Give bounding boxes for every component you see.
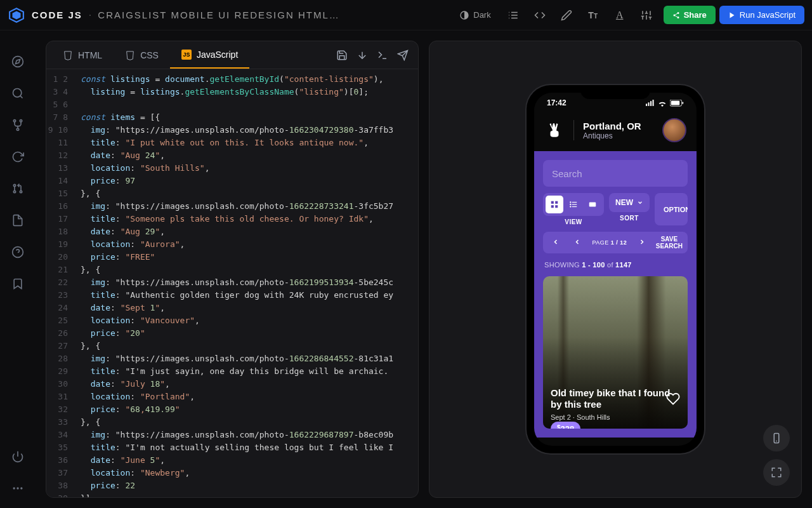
editor-panel: HTML CSS JS JavaScript 1 2 3 4 5 6 7 8 9… [46, 41, 419, 498]
main-area: HTML CSS JS JavaScript 1 2 3 4 5 6 7 8 9… [36, 30, 812, 508]
location-block[interactable]: Portland, OR Antiques [583, 121, 641, 140]
font-icon[interactable]: A [609, 4, 631, 26]
grid-view-button[interactable] [546, 196, 563, 213]
sort-label: SORT [620, 215, 639, 222]
text-size-icon[interactable]: TT [582, 4, 604, 26]
svg-point-61 [570, 202, 571, 203]
svg-point-39 [16, 487, 18, 489]
listing-price: $328 [551, 422, 580, 429]
tab-js-label: JavaScript [197, 50, 238, 60]
tab-html-label: HTML [78, 50, 102, 60]
view-label: VIEW [565, 218, 582, 225]
next-page-button[interactable] [634, 236, 650, 250]
svg-point-63 [570, 206, 571, 207]
svg-marker-23 [730, 12, 734, 18]
svg-point-30 [16, 128, 18, 130]
share-button[interactable]: Share [664, 6, 716, 24]
first-page-button[interactable] [548, 236, 563, 250]
fullscreen-button[interactable] [763, 459, 790, 486]
wifi-icon [657, 99, 667, 107]
page-indicator: PAGE 1 / 12 [591, 239, 628, 246]
showing-count: SHOWING 1 - 100 of 1147 [543, 260, 688, 270]
pull-request-icon[interactable] [11, 182, 25, 196]
sort-value: NEW [615, 198, 633, 207]
card-view-button[interactable] [584, 196, 601, 213]
left-rail [0, 30, 36, 508]
svg-rect-51 [682, 102, 683, 104]
send-icon[interactable] [393, 45, 413, 65]
tab-html[interactable]: HTML [51, 41, 114, 69]
refresh-icon[interactable] [11, 150, 25, 164]
options-label: OPTIONS [664, 206, 688, 213]
peace-icon[interactable] [544, 120, 565, 140]
svg-rect-48 [653, 100, 654, 106]
download-icon[interactable] [352, 45, 372, 65]
pagination-bar: PAGE 1 / 12 SAVE SEARCH [543, 232, 688, 253]
code-editor[interactable]: 1 2 3 4 5 6 7 8 9 10 11 12 13 14 15 16 1… [46, 69, 418, 497]
favorite-button[interactable] [666, 392, 680, 408]
options-button[interactable]: OPTIONS [655, 193, 688, 225]
play-icon [728, 11, 736, 19]
svg-point-24 [13, 57, 23, 67]
avatar[interactable] [662, 118, 686, 142]
svg-point-40 [20, 487, 22, 489]
svg-marker-1 [13, 11, 21, 19]
svg-rect-57 [555, 205, 558, 208]
settings-sliders-icon[interactable] [636, 4, 657, 26]
file-icon[interactable] [11, 213, 25, 227]
search-icon[interactable] [11, 86, 25, 100]
list-icon[interactable] [502, 4, 524, 26]
save-icon[interactable] [332, 45, 352, 65]
compass-icon[interactable] [11, 55, 25, 69]
run-button[interactable]: Run JavaScript [719, 6, 804, 24]
svg-point-32 [13, 190, 15, 192]
listing-meta: Sept 2 · South Hills [551, 413, 680, 421]
save-search-button[interactable]: SAVE SEARCH [656, 236, 683, 250]
project-title[interactable]: CRAIGSLIST MOBILE UI REDESIGN HTML… [98, 10, 339, 20]
device-toggle-button[interactable] [763, 425, 790, 451]
svg-rect-55 [555, 201, 558, 204]
svg-rect-50 [671, 100, 680, 105]
theme-toggle[interactable]: Dark [459, 10, 490, 20]
list-view-button[interactable] [565, 196, 582, 213]
code-icon[interactable] [529, 4, 551, 26]
js-icon: JS [181, 50, 192, 60]
svg-point-29 [20, 120, 22, 122]
phone-notch [580, 85, 650, 99]
svg-point-38 [13, 487, 15, 489]
phone-body: VIEW NEW SORT OPTIONS [534, 151, 697, 438]
svg-line-21 [675, 15, 677, 17]
search-input[interactable] [552, 168, 672, 179]
css3-icon [125, 50, 135, 60]
preview-panel: 17:42 Portland, OR Antiques [429, 41, 802, 498]
tab-js[interactable]: JS JavaScript [170, 41, 249, 69]
power-icon[interactable] [11, 450, 25, 464]
phone-frame: 17:42 Portland, OR Antiques [527, 85, 704, 453]
terminal-icon[interactable] [372, 45, 393, 65]
share-icon [672, 11, 680, 19]
svg-point-28 [13, 120, 15, 122]
branch-icon[interactable] [11, 118, 25, 132]
prev-page-button[interactable] [570, 236, 585, 250]
svg-rect-47 [650, 101, 652, 106]
listing-card[interactable]: Old timey bike that I found by this tree… [543, 276, 688, 429]
edit-icon[interactable] [556, 4, 577, 26]
tab-css[interactable]: CSS [114, 41, 170, 69]
half-moon-icon [459, 10, 469, 20]
theme-label: Dark [473, 10, 490, 20]
status-icons [646, 99, 684, 107]
sort-dropdown[interactable]: NEW [609, 193, 650, 212]
bookmark-icon[interactable] [11, 277, 25, 291]
svg-line-22 [675, 13, 677, 15]
help-icon[interactable] [11, 245, 25, 259]
svg-point-18 [677, 12, 679, 14]
code-content[interactable]: const listings = document.getElementById… [74, 69, 418, 497]
controls-row: VIEW NEW SORT OPTIONS [543, 193, 688, 225]
share-label: Share [684, 10, 707, 20]
separator-dot: · [89, 10, 91, 21]
search-bar[interactable] [543, 160, 688, 187]
more-icon[interactable] [11, 481, 25, 495]
svg-point-33 [13, 184, 15, 186]
html5-icon [63, 50, 73, 60]
svg-rect-56 [551, 205, 554, 208]
